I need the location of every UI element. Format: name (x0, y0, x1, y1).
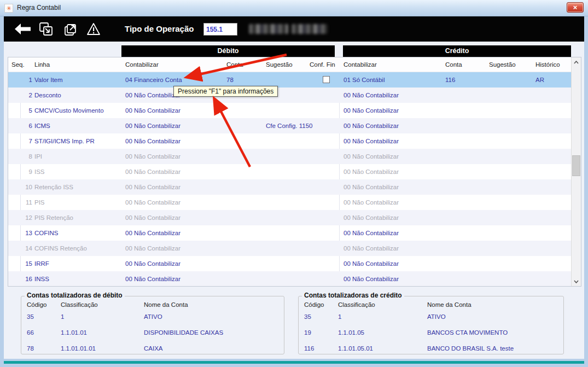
scrollbar-thumb[interactable] (572, 155, 580, 176)
table-row[interactable]: 16INSS00 Não Contabilizar00 Não Contabil… (8, 271, 571, 286)
cell-historico: AR (535, 72, 544, 88)
table-row[interactable]: 6ICMS00 Não ContabilizarCfe Config. 1150… (8, 118, 571, 133)
cell-cred_contabilizar: 00 Não Contabilizar (344, 164, 399, 179)
totals-cell: 1 (338, 313, 341, 321)
window-title: Regra Contabil (17, 4, 61, 11)
totals-cell: ATIVO (144, 313, 162, 321)
cell-linha: COFINS Retenção (34, 241, 87, 256)
scroll-down-button[interactable] (572, 277, 581, 286)
operation-code-input[interactable] (203, 23, 237, 36)
cell-linha: INSS (34, 271, 49, 286)
column-header-cred_contabilizar: Contabilizar (344, 57, 377, 72)
column-header-deb_contabilizar: Contabilizar (125, 57, 159, 72)
grid-header: Seq.LinhaContabilizarContaSugestãoConf. … (8, 57, 571, 72)
table-row[interactable]: 5CMCV/Custo Movimento00 Não Contabilizar… (8, 103, 571, 118)
cell-cred_contabilizar: 00 Não Contabilizar (344, 241, 399, 256)
cell-linha: ISS (34, 164, 45, 179)
cell-deb_contabilizar: 00 Não Contabilizar (125, 88, 181, 103)
cell-seq: 2 (8, 88, 32, 103)
window-frame-right (584, 16, 588, 367)
cell-deb_contabilizar: 00 Não Contabilizar (125, 195, 181, 210)
totals-column-header: Código (304, 301, 324, 309)
titlebar: ✳ Regra Contabil × (0, 0, 588, 16)
column-header-seq: Seq. (11, 57, 25, 72)
table-row[interactable]: 13COFINS00 Não Contabilizar00 Não Contab… (8, 225, 571, 241)
warning-button[interactable] (85, 16, 102, 42)
redacted-operation-name (292, 24, 328, 34)
table-row[interactable]: 15IRRF00 Não Contabilizar00 Não Contabil… (8, 256, 571, 271)
cell-cred_conta: 116 (445, 72, 455, 88)
cell-deb_contabilizar: 00 Não Contabilizar (125, 103, 181, 118)
table-row[interactable]: 11PIS00 Não Contabilizar00 Não Contabili… (8, 195, 571, 210)
column-header-conf_fin: Conf. Fin (310, 57, 335, 72)
cell-cred_contabilizar: 00 Não Contabilizar (344, 103, 399, 118)
cell-linha: Retenção ISS (34, 179, 73, 195)
close-icon[interactable]: × (567, 2, 584, 13)
cell-seq: 5 (8, 103, 32, 118)
cell-linha: ICMS (34, 118, 50, 133)
cell-seq: 9 (8, 164, 32, 179)
conf-fin-checkbox-unchecked[interactable] (323, 76, 330, 83)
table-row[interactable]: 2Desconto00 Não Contabilizar00 Não Conta… (8, 88, 571, 103)
totals-cell: BANCO DO BRASIL S.A. teste (427, 345, 514, 353)
column-header-historico: Histórico (535, 57, 560, 72)
totals-cell: 19 (304, 329, 311, 337)
table-row[interactable]: 7ST/IGI/ICMS Imp. PR00 Não Contabilizar0… (8, 133, 571, 149)
scroll-up-button[interactable] (572, 57, 581, 67)
cell-cred_contabilizar: 00 Não Contabilizar (344, 195, 399, 210)
cell-deb_contabilizar: 00 Não Contabilizar (125, 241, 181, 256)
operation-type-label: Tipo de Operação (125, 16, 194, 42)
table-row[interactable]: 1Valor Item04 Financeiro Conta7801 Só Co… (8, 72, 571, 88)
chevron-down-icon (574, 280, 579, 283)
app-icon: ✳ (4, 4, 13, 13)
cell-linha: CMCV/Custo Movimento (34, 103, 104, 118)
totals-column-header: Nome da Conta (427, 301, 471, 309)
cell-seq: 12 (8, 210, 32, 225)
cell-linha: PIS Retenção (34, 210, 73, 225)
cell-deb_contabilizar: 00 Não Contabilizar (125, 118, 181, 133)
copy-export-icon (64, 22, 79, 36)
cell-deb_conta: 78 (226, 72, 234, 88)
cell-seq: 11 (8, 195, 32, 210)
cell-seq: 10 (8, 179, 32, 195)
totals-cell: 1 (61, 313, 64, 321)
cell-seq: 15 (8, 256, 32, 271)
totals-cell: CAIXA (144, 345, 163, 353)
table-row[interactable]: 12PIS Retenção00 Não Contabilizar00 Não … (8, 210, 571, 225)
column-header-cred_sugestao: Sugestão (489, 57, 516, 72)
totals-cell: ATIVO (427, 313, 446, 321)
column-header-cred_conta: Conta (445, 57, 462, 72)
column-header-deb_conta: Conta (226, 57, 243, 72)
cell-deb_contabilizar: 04 Financeiro Conta (125, 72, 182, 88)
copy-import-button[interactable] (38, 16, 54, 42)
cell-seq: 6 (8, 118, 32, 133)
cell-seq: 16 (8, 271, 32, 286)
vertical-scrollbar[interactable] (571, 57, 581, 286)
column-header-linha: Linha (34, 57, 50, 72)
totals-cell: 1.1.01.05 (338, 329, 364, 337)
totals-cell: 1.1.01.05.01 (338, 345, 373, 353)
column-header-deb_sugestao: Sugestão (266, 57, 293, 72)
cell-deb_contabilizar: 00 Não Contabilizar (125, 149, 181, 164)
cell-cred_contabilizar: 00 Não Contabilizar (344, 256, 399, 271)
table-row[interactable]: 14COFINS Retenção00 Não Contabilizar00 N… (8, 241, 571, 256)
credit-section-header: Crédito (343, 45, 571, 57)
totals-column-header: Classificação (338, 301, 375, 309)
cell-cred_contabilizar: 00 Não Contabilizar (344, 179, 399, 195)
cell-linha: COFINS (34, 225, 58, 241)
table-row[interactable]: 9ISS00 Não Contabilizar00 Não Contabiliz… (8, 164, 571, 179)
cell-cred_contabilizar: 00 Não Contabilizar (344, 271, 399, 286)
cell-cred_contabilizar: 00 Não Contabilizar (344, 133, 399, 149)
copy-import-icon (39, 22, 53, 36)
table-row[interactable]: 8IPI00 Não Contabilizar00 Não Contabiliz… (8, 149, 571, 164)
totals-column-header: Código (27, 301, 46, 309)
back-button[interactable] (11, 16, 34, 42)
totals-cell: DISPONIBILIDADE CAIXAS (144, 329, 223, 337)
table-row[interactable]: 10Retenção ISS00 Não Contabilizar00 Não … (8, 179, 571, 195)
rules-grid: Seq.LinhaContabilizarContaSugestãoConf. … (8, 57, 581, 287)
totals-debit-title: Contas totalizadoras de débito (25, 292, 125, 299)
back-arrow-icon (14, 23, 31, 35)
cell-deb_contabilizar: 00 Não Contabilizar (125, 179, 181, 195)
copy-export-button[interactable] (62, 16, 81, 42)
totals-credit-box: Contas totalizadoras de crédito CódigoCl… (298, 296, 564, 354)
